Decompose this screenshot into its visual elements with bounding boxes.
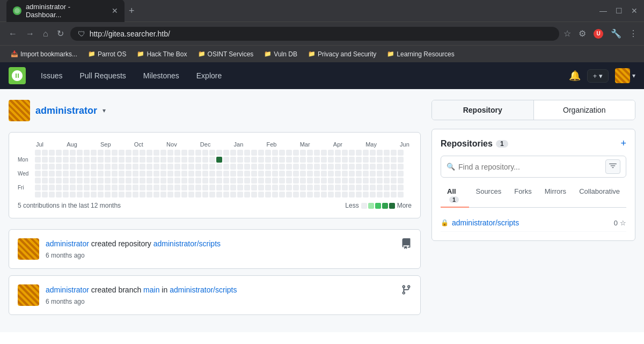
user-dropdown-arrow: ▾	[632, 72, 635, 79]
activity-action-1: created repository	[91, 239, 153, 248]
day-cell	[377, 178, 383, 184]
day-cell	[147, 192, 152, 197]
activity-item-2: administrator created branch main in adm…	[9, 275, 421, 315]
week-col-31	[251, 150, 257, 197]
day-cell	[237, 171, 243, 177]
day-label-empty4	[18, 192, 32, 197]
filter-tab-all[interactable]: All 1	[441, 184, 469, 208]
day-cell	[300, 150, 306, 156]
bookmark-privacy[interactable]: 📁 Privacy and Security	[304, 49, 380, 59]
wrench-icon[interactable]: 🔧	[611, 28, 621, 39]
day-cell	[202, 157, 208, 163]
minimize-button[interactable]: —	[599, 6, 607, 15]
menu-icon[interactable]: ⋮	[629, 28, 638, 39]
refresh-button[interactable]: ↻	[55, 26, 66, 41]
day-cell	[391, 192, 397, 197]
day-cell	[258, 157, 264, 163]
day-cell	[98, 164, 104, 170]
day-cell	[293, 171, 299, 177]
gitea-logo[interactable]	[9, 67, 26, 84]
bookmark-learning[interactable]: 📁 Learning Resources	[383, 49, 458, 59]
week-col-18	[160, 150, 166, 197]
nav-pull-requests[interactable]: Pull Requests	[77, 67, 128, 84]
day-cell	[391, 157, 397, 163]
bookmark-parrot-os[interactable]: 📁 Parrot OS	[84, 49, 130, 59]
day-cell	[370, 150, 376, 156]
bookmark-osint[interactable]: 📁 OSINT Services	[194, 49, 258, 59]
activity-user-link-1[interactable]: administrator	[46, 239, 89, 248]
week-col-2	[49, 150, 55, 197]
activity-user-link-2[interactable]: administrator	[46, 286, 89, 294]
filter-tab-collaborative[interactable]: Collaborative	[573, 184, 626, 208]
maximize-button[interactable]: ☐	[616, 6, 623, 15]
home-button[interactable]: ⌂	[41, 27, 50, 41]
day-cell	[328, 178, 334, 184]
bookmark-star-icon[interactable]: ☆	[564, 28, 571, 39]
activity-repo-link-1[interactable]: administrator/scripts	[153, 239, 221, 248]
activity-branch-link[interactable]: main	[143, 286, 159, 294]
day-cell	[91, 192, 97, 197]
day-cell	[91, 150, 97, 156]
forward-button[interactable]: →	[24, 27, 36, 41]
tab-close-button[interactable]: ✕	[112, 6, 118, 15]
activity-repo-link-2[interactable]: administrator/scripts	[170, 286, 237, 294]
day-cell	[307, 164, 313, 170]
day-cell	[77, 185, 83, 191]
day-cell	[398, 192, 404, 197]
nav-milestones[interactable]: Milestones	[141, 67, 181, 84]
day-cell	[133, 178, 138, 184]
day-cell	[349, 178, 355, 184]
extensions-icon[interactable]: ⚙	[579, 28, 586, 39]
week-col-0	[35, 150, 41, 197]
day-cell	[314, 178, 320, 184]
user-avatar-button[interactable]: ▾	[615, 68, 635, 83]
filter-tab-mirrors[interactable]: Mirrors	[538, 184, 573, 208]
day-cell	[35, 164, 41, 170]
create-plus-button[interactable]: + ▾	[587, 69, 609, 83]
day-cell	[363, 164, 369, 170]
day-cell	[216, 192, 222, 197]
day-cell	[230, 164, 236, 170]
bookmark-hackthebox[interactable]: 📁 Hack The Box	[133, 49, 191, 59]
search-repo-input[interactable]	[458, 163, 602, 171]
day-cell	[279, 150, 285, 156]
day-cell	[105, 150, 111, 156]
notifications-bell-icon[interactable]: 🔔	[569, 70, 581, 82]
nav-explore[interactable]: Explore	[194, 67, 224, 84]
new-tab-button[interactable]: +	[125, 5, 139, 17]
day-cell	[77, 192, 83, 197]
day-cell	[307, 185, 313, 191]
close-button[interactable]: ✕	[631, 6, 638, 15]
day-cell	[77, 178, 83, 184]
repo-link-scripts[interactable]: administrator/scripts	[452, 218, 519, 227]
day-cell	[300, 164, 306, 170]
tab-organization[interactable]: Organization	[534, 100, 635, 120]
day-cell	[230, 192, 236, 197]
nav-issues[interactable]: Issues	[39, 67, 64, 84]
day-cell	[237, 164, 243, 170]
bookmark-vulndb[interactable]: 📁 Vuln DB	[260, 49, 302, 59]
filter-button[interactable]	[605, 159, 620, 174]
day-cell	[391, 178, 397, 184]
filter-tab-forks[interactable]: Forks	[508, 184, 538, 208]
back-button[interactable]: ←	[6, 27, 19, 41]
ud-extension-badge[interactable]: U	[594, 29, 603, 39]
day-label-empty2	[18, 164, 32, 170]
day-cell	[272, 164, 278, 170]
user-name-dropdown-arrow[interactable]: ▾	[103, 107, 106, 114]
address-bar[interactable]: 🛡 http://gitea.searcher.htb/	[70, 27, 559, 41]
browser-tab[interactable]: administrator - Dashboar... ✕	[6, 0, 125, 22]
day-cell	[35, 192, 41, 197]
bookmark-import[interactable]: 📥 Import bookmarks...	[6, 49, 82, 59]
tab-repository[interactable]: Repository	[432, 100, 533, 120]
day-cell	[370, 171, 376, 177]
add-repo-button[interactable]: +	[620, 138, 626, 149]
user-name-link[interactable]: administrator	[35, 105, 97, 116]
day-cell	[356, 185, 362, 191]
filter-tab-sources[interactable]: Sources	[469, 184, 508, 208]
contribution-graph: Jul Aug Sep Oct Nov Dec Jan Feb Mar Apr …	[9, 132, 421, 218]
day-cell	[370, 178, 376, 184]
day-cell	[153, 178, 159, 184]
day-cell	[384, 157, 390, 163]
day-cell	[209, 178, 215, 184]
